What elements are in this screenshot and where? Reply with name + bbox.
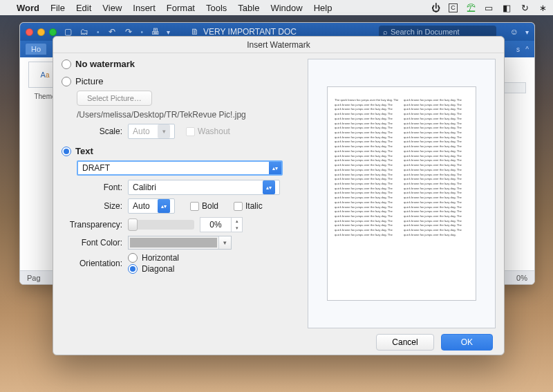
view-menu[interactable]: View (102, 3, 122, 13)
tab-home[interactable]: Ho (26, 44, 46, 55)
watermark-text-select[interactable]: DRAFT ▴▾ (77, 160, 283, 176)
transparency-value[interactable]: 0% (200, 217, 232, 232)
radio-orientation-horizontal[interactable] (128, 253, 138, 263)
transparency-label: Transparency: (62, 220, 128, 230)
select-picture-button[interactable]: Select Picture… (77, 91, 152, 106)
chevron-down-icon: ▾ (218, 236, 231, 249)
status-display-icon[interactable]: ▭ (484, 3, 494, 12)
orientation-diagonal-label: Diagonal (142, 264, 174, 274)
format-menu[interactable]: Format (167, 3, 195, 13)
transparency-slider[interactable] (128, 220, 194, 230)
font-color-select[interactable]: ▾ (128, 236, 232, 250)
window-menu[interactable]: Window (270, 3, 302, 13)
font-select[interactable]: Calibri ▴▾ (128, 180, 280, 195)
chevron-down-icon[interactable]: ▾ (525, 28, 529, 36)
size-select[interactable]: Auto ▴▾ (128, 198, 175, 214)
font-color-label: Font Color: (62, 238, 128, 248)
zoom-level[interactable]: 0% (516, 274, 527, 282)
radio-text[interactable] (62, 147, 71, 156)
bold-checkbox[interactable] (190, 202, 199, 211)
search-icon: ⌕ (383, 28, 388, 36)
status-left: Pag (27, 274, 41, 282)
file-menu[interactable]: File (50, 3, 65, 13)
radio-orientation-diagonal[interactable] (128, 264, 138, 274)
search-placeholder: Search in Document (391, 28, 460, 36)
status-clock-icon[interactable]: ↻ (520, 3, 529, 12)
picture-label: Picture (75, 76, 103, 86)
washout-checkbox[interactable] (186, 127, 195, 136)
zoom-window-button[interactable] (49, 28, 57, 36)
orientation-horizontal-label: Horizontal (142, 253, 179, 263)
watermark-text-value: DRAFT (78, 163, 269, 173)
italic-checkbox[interactable] (234, 202, 243, 211)
washout-label: Washout (198, 127, 230, 136)
status-bluetooth-icon[interactable]: ∗ (538, 3, 547, 12)
insert-watermark-dialog: Insert Watermark No watermark Picture Se… (53, 36, 505, 355)
stepper-arrows-icon: ▴▾ (269, 162, 281, 174)
orientation-label: Orientation: (62, 259, 128, 268)
cancel-button[interactable]: Cancel (376, 334, 433, 351)
document-title: VERY IMPORTANT DOC (203, 27, 297, 37)
status-power-icon[interactable]: ⏻ (431, 3, 440, 12)
radio-picture[interactable] (62, 77, 71, 86)
watermark-preview: The quick brown fox jumps over the lazy … (308, 59, 496, 328)
bold-label: Bold (202, 201, 218, 211)
radio-no-watermark[interactable] (62, 59, 71, 69)
italic-label: Italic (245, 201, 263, 211)
minimize-window-button[interactable] (37, 28, 45, 36)
app-menu[interactable]: Word (17, 3, 39, 13)
dialog-title: Insert Watermark (53, 37, 504, 53)
status-umbrella-icon[interactable]: ⛱ (466, 3, 476, 12)
no-watermark-label: No watermark (75, 59, 135, 69)
text-label: Text (75, 146, 93, 156)
edit-menu[interactable]: Edit (76, 3, 91, 13)
scale-select[interactable]: Auto ▾ (128, 124, 175, 139)
status-app-icon[interactable]: ◧ (502, 3, 512, 12)
table-menu[interactable]: Table (238, 3, 259, 13)
close-window-button[interactable] (26, 28, 33, 36)
stepper-arrows-icon: ▴▾ (263, 180, 275, 194)
chevron-down-icon: ▾ (158, 124, 170, 138)
tools-menu[interactable]: Tools (206, 3, 227, 13)
help-menu[interactable]: Help (314, 3, 332, 13)
size-label: Size: (62, 201, 128, 211)
stepper-arrows-icon: ▴▾ (158, 199, 170, 213)
chevron-down-icon[interactable]: ▾ (167, 28, 170, 36)
scale-label: Scale: (62, 127, 128, 136)
ribbon-collapse-icon[interactable]: s ^ (516, 46, 529, 53)
font-color-swatch (130, 238, 217, 248)
transparency-stepper[interactable]: ▴▾ (232, 217, 243, 232)
insert-menu[interactable]: Insert (133, 3, 156, 13)
ok-button[interactable]: OK (441, 334, 493, 351)
macos-menubar: Word File Edit View Insert Format Tools … (0, 0, 553, 15)
preview-page: The quick brown fox jumps over the lazy … (327, 86, 476, 301)
picture-path: /Users/melissa/Desktop/TR/TekRevue Pic!.… (77, 110, 246, 120)
status-c-icon[interactable]: C (449, 3, 458, 12)
smiley-icon[interactable]: ☺ (509, 26, 520, 37)
font-label: Font: (62, 183, 128, 192)
